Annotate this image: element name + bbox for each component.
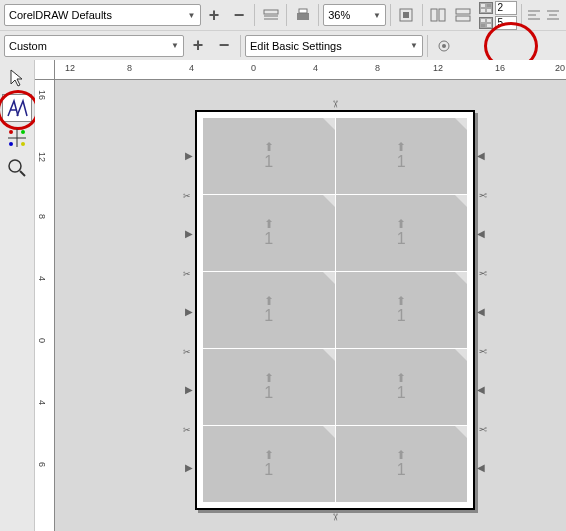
scissors-icon: ✂ bbox=[479, 190, 487, 201]
separator bbox=[521, 4, 522, 26]
print-button[interactable] bbox=[291, 3, 314, 27]
tri-right-icon: ▶ bbox=[185, 306, 193, 317]
settings-gear-icon[interactable] bbox=[432, 34, 456, 58]
ruler-corner bbox=[35, 60, 55, 80]
imposition-tool-icon[interactable] bbox=[427, 3, 450, 27]
tri-left-icon: ◀ bbox=[477, 306, 485, 317]
pick-tool[interactable] bbox=[2, 64, 32, 92]
chevron-down-icon: ▼ bbox=[171, 41, 179, 50]
scissors-icon: ✂ bbox=[330, 100, 341, 108]
separator bbox=[427, 35, 428, 57]
separator bbox=[240, 35, 241, 57]
full-screen-icon[interactable] bbox=[395, 3, 418, 27]
cell[interactable]: ⬆1 bbox=[203, 118, 335, 194]
ruler-vertical[interactable]: 16 12 8 4 0 4 6 bbox=[35, 80, 55, 531]
svg-point-21 bbox=[9, 130, 13, 134]
cols-field[interactable]: 2 bbox=[479, 1, 517, 15]
svg-rect-7 bbox=[431, 9, 437, 21]
rows-field[interactable]: 5 bbox=[479, 16, 517, 30]
document-settings-icon[interactable] bbox=[259, 3, 282, 27]
scissors-icon: ✂ bbox=[183, 347, 190, 357]
separator bbox=[286, 4, 287, 26]
edit-settings-value: Edit Basic Settings bbox=[250, 40, 342, 52]
preset-value: CorelDRAW Defaults bbox=[9, 9, 112, 21]
rows-cols-group: 2 5 bbox=[479, 1, 517, 30]
svg-rect-0 bbox=[264, 10, 278, 14]
remove-label-button[interactable]: − bbox=[212, 34, 236, 58]
svg-point-22 bbox=[21, 130, 25, 134]
cell[interactable]: ⬆1 bbox=[336, 118, 468, 194]
scissors-icon: ✂ bbox=[479, 424, 487, 435]
tri-left-icon: ◀ bbox=[477, 228, 485, 239]
tri-right-icon: ▶ bbox=[185, 228, 193, 239]
svg-rect-8 bbox=[439, 9, 445, 21]
edit-settings-combo[interactable]: Edit Basic Settings ▼ bbox=[245, 35, 423, 57]
svg-rect-10 bbox=[456, 16, 470, 21]
toolbar-1: CorelDRAW Defaults ▼ + − 36% ▼ 2 5 bbox=[0, 0, 566, 30]
rows-value[interactable]: 5 bbox=[495, 16, 517, 30]
rulers-canvas: 12 8 4 0 4 8 12 16 20 16 12 8 4 0 4 6 ✂ … bbox=[35, 60, 566, 531]
chevron-down-icon: ▼ bbox=[188, 11, 196, 20]
marks-tool[interactable] bbox=[2, 124, 32, 152]
svg-point-24 bbox=[21, 142, 25, 146]
separator bbox=[390, 4, 391, 26]
cell[interactable]: ⬆1 bbox=[336, 426, 468, 502]
tri-right-icon: ▶ bbox=[185, 150, 193, 161]
svg-point-18 bbox=[442, 44, 446, 48]
cell[interactable]: ⬆1 bbox=[336, 272, 468, 348]
svg-point-25 bbox=[9, 160, 21, 172]
tri-left-icon: ◀ bbox=[477, 462, 485, 473]
cell[interactable]: ⬆1 bbox=[203, 426, 335, 502]
cell[interactable]: ⬆1 bbox=[203, 349, 335, 425]
align-left-icon[interactable] bbox=[526, 3, 543, 27]
zoom-value: 36% bbox=[328, 9, 350, 21]
separator bbox=[422, 4, 423, 26]
imposition-layout-tool[interactable] bbox=[2, 94, 32, 122]
imposition-grid: ⬆1 ⬆1 ⬆1 ⬆1 ⬆1 ⬆1 ⬆1 ⬆1 ⬆1 ⬆1 bbox=[203, 118, 467, 502]
svg-rect-6 bbox=[403, 12, 409, 18]
scissors-icon: ✂ bbox=[183, 269, 190, 279]
svg-line-26 bbox=[20, 171, 25, 176]
separator bbox=[318, 4, 319, 26]
remove-preset-button[interactable]: − bbox=[227, 3, 250, 27]
scissors-icon: ✂ bbox=[330, 513, 341, 521]
label-preset-combo[interactable]: Custom ▼ bbox=[4, 35, 184, 57]
scissors-icon: ✂ bbox=[479, 268, 487, 279]
toolbar-2: Custom ▼ + − Edit Basic Settings ▼ bbox=[0, 30, 566, 60]
zoom-tool[interactable] bbox=[2, 154, 32, 182]
svg-rect-4 bbox=[299, 9, 307, 13]
scissors-icon: ✂ bbox=[479, 346, 487, 357]
svg-rect-9 bbox=[456, 9, 470, 14]
canvas[interactable]: ✂ ✂ ⬆1 ⬆1 ⬆1 ⬆1 ⬆1 ⬆1 ⬆1 ⬆1 ⬆1 ⬆1 ▶ ◀ ✂ … bbox=[55, 80, 566, 531]
cell[interactable]: ⬆1 bbox=[336, 195, 468, 271]
cell[interactable]: ⬆1 bbox=[203, 272, 335, 348]
chevron-down-icon: ▼ bbox=[373, 11, 381, 20]
chevron-down-icon: ▼ bbox=[410, 41, 418, 50]
tri-left-icon: ◀ bbox=[477, 150, 485, 161]
label-preset-value: Custom bbox=[9, 40, 47, 52]
align-center-icon[interactable] bbox=[545, 3, 562, 27]
zoom-combo[interactable]: 36% ▼ bbox=[323, 4, 386, 26]
tri-left-icon: ◀ bbox=[477, 384, 485, 395]
cell[interactable]: ⬆1 bbox=[203, 195, 335, 271]
tri-right-icon: ▶ bbox=[185, 462, 193, 473]
ruler-horizontal[interactable]: 12 8 4 0 4 8 12 16 20 bbox=[55, 60, 566, 80]
cols-value[interactable]: 2 bbox=[495, 1, 517, 15]
add-label-button[interactable]: + bbox=[186, 34, 210, 58]
add-preset-button[interactable]: + bbox=[203, 3, 226, 27]
preset-combo[interactable]: CorelDRAW Defaults ▼ bbox=[4, 4, 201, 26]
svg-point-23 bbox=[9, 142, 13, 146]
separator bbox=[254, 4, 255, 26]
svg-rect-3 bbox=[297, 13, 309, 20]
scissors-icon: ✂ bbox=[183, 425, 190, 435]
page[interactable]: ✂ ✂ ⬆1 ⬆1 ⬆1 ⬆1 ⬆1 ⬆1 ⬆1 ⬆1 ⬆1 ⬆1 ▶ ◀ ✂ … bbox=[195, 110, 475, 510]
imposition-tool-2-icon[interactable] bbox=[452, 3, 475, 27]
tri-right-icon: ▶ bbox=[185, 384, 193, 395]
toolbox bbox=[0, 60, 35, 531]
cell[interactable]: ⬆1 bbox=[336, 349, 468, 425]
scissors-icon: ✂ bbox=[183, 191, 190, 201]
